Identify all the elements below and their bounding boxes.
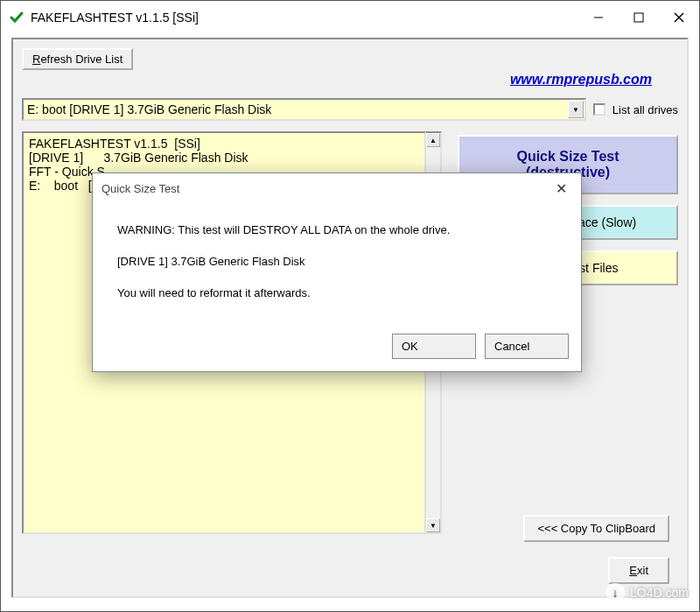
top-row: Refresh Drive List <box>22 48 678 70</box>
window-controls <box>578 1 699 34</box>
dropdown-arrow-icon[interactable]: ▼ <box>568 101 584 118</box>
quick-size-test-line1: Quick Size Test <box>465 149 671 165</box>
dialog-close-icon[interactable]: ✕ <box>550 180 572 197</box>
dialog-drive-info: [DRIVE 1] 3.7GiB Generic Flash Disk <box>117 254 556 270</box>
watermark-text: LO4D.com <box>630 586 689 600</box>
drive-selected-text: E: boot [DRIVE 1] 3.7GiB Generic Flash D… <box>27 102 271 116</box>
exit-button[interactable]: Exit <box>608 557 669 584</box>
minimize-button[interactable] <box>578 1 619 34</box>
drive-row: E: boot [DRIVE 1] 3.7GiB Generic Flash D… <box>22 98 678 121</box>
refresh-drive-list-button[interactable]: Refresh Drive List <box>22 48 133 70</box>
close-button[interactable] <box>659 1 699 34</box>
scroll-up-icon[interactable]: ▲ <box>426 133 440 147</box>
refresh-hotkey: R <box>32 53 40 66</box>
dialog-title: Quick Size Test <box>102 182 550 195</box>
titlebar: FAKEFLASHTEST v1.1.5 [SSi] <box>1 1 699 34</box>
dialog-buttons: OK Cancel <box>93 327 581 371</box>
dialog-reformat-text: You will need to reformat it afterwards. <box>117 285 556 301</box>
watermark: ↓ LO4D.com <box>606 583 689 602</box>
list-all-drives-checkbox[interactable] <box>593 103 606 116</box>
maximize-button[interactable] <box>619 1 659 34</box>
dialog-ok-button[interactable]: OK <box>392 334 476 359</box>
app-check-icon <box>10 11 24 25</box>
dialog-cancel-button[interactable]: Cancel <box>485 334 569 359</box>
url-row: www.rmprepusb.com <box>22 72 678 88</box>
quick-size-test-dialog: Quick Size Test ✕ WARNING: This test wil… <box>92 172 582 372</box>
copy-to-clipboard-button[interactable]: <<< Copy To ClipBoard <box>523 515 669 542</box>
drive-select[interactable]: E: boot [DRIVE 1] 3.7GiB Generic Flash D… <box>22 98 586 121</box>
exit-label-rest: xit <box>637 564 648 577</box>
window-title: FAKEFLASHTEST v1.1.5 [SSi] <box>31 11 578 25</box>
dialog-titlebar: Quick Size Test ✕ <box>93 173 581 203</box>
main-window: FAKEFLASHTEST v1.1.5 [SSi] Refresh Drive… <box>0 0 700 612</box>
exit-row: Exit <box>608 557 669 584</box>
scroll-down-icon[interactable]: ▼ <box>426 518 440 532</box>
svg-rect-1 <box>634 13 643 22</box>
refresh-label-rest: efresh Drive List <box>40 53 122 66</box>
watermark-logo-icon: ↓ <box>606 583 625 602</box>
dialog-body: WARNING: This test will DESTROY ALL DATA… <box>93 203 581 327</box>
website-link[interactable]: www.rmprepusb.com <box>510 72 652 87</box>
exit-hotkey: E <box>629 564 637 577</box>
dialog-warning-text: WARNING: This test will DESTROY ALL DATA… <box>117 222 556 238</box>
copy-row: <<< Copy To ClipBoard <box>523 515 669 542</box>
list-all-drives-label: List all drives <box>612 103 678 116</box>
